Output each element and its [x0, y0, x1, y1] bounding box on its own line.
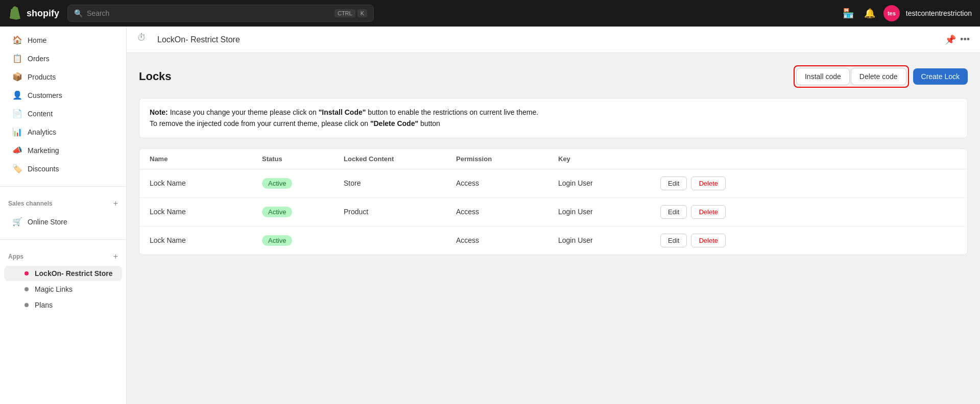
row1-delete-button[interactable]: Delete: [691, 176, 726, 190]
sidebar-divider-2: [0, 239, 126, 240]
shopify-wordmark: shopify: [27, 8, 59, 19]
delete-code-button[interactable]: Delete code: [851, 68, 906, 85]
table-row: Lock Name Active Product Access Login Us…: [139, 198, 967, 226]
row2-delete-button[interactable]: Delete: [691, 205, 726, 219]
notification-bell-button[interactable]: 🔔: [862, 6, 877, 21]
sidebar-item-discounts-label: Discounts: [28, 165, 59, 173]
sidebar-main-nav: 🏠 Home 📋 Orders 📦 Products 👤 Customers 📄…: [0, 27, 126, 182]
table-row: Lock Name Active Access Login User Edit …: [139, 226, 967, 255]
avatar: tes: [883, 5, 900, 21]
sidebar-item-customers-label: Customers: [28, 91, 62, 99]
sidebar-item-home-label: Home: [28, 36, 46, 44]
products-icon: 📦: [12, 72, 22, 82]
more-options-button[interactable]: •••: [960, 34, 970, 45]
col-actions: [660, 155, 752, 163]
discounts-icon: 🏷️: [12, 164, 22, 173]
row1-status: Active: [262, 178, 344, 189]
sidebar-item-lockon-restrict-store[interactable]: LockOn- Restrict Store: [4, 266, 122, 267]
install-delete-code-box: Install code Delete code: [794, 65, 909, 88]
search-input[interactable]: [87, 9, 330, 17]
row1-actions: Edit Delete: [660, 176, 752, 190]
col-key: Key: [558, 155, 660, 163]
search-bar[interactable]: 🔍 CTRL K: [67, 5, 374, 22]
col-permission: Permission: [456, 155, 558, 163]
sidebar-item-analytics-label: Analytics: [28, 128, 56, 136]
row1-locked-content: Store: [344, 179, 456, 187]
sales-channels-expand-btn[interactable]: +: [113, 199, 118, 208]
sidebar-item-marketing[interactable]: 📣 Marketing: [4, 141, 122, 159]
sidebar-sales-channels: Sales channels + 🛒 Online Store: [0, 191, 126, 235]
col-status: Status: [262, 155, 344, 163]
row3-status: Active: [262, 235, 344, 246]
status-badge-active: Active: [262, 207, 292, 217]
row2-key: Login User: [558, 208, 660, 216]
apps-expand-btn[interactable]: +: [113, 252, 118, 261]
row2-name: Lock Name: [150, 208, 262, 216]
row2-edit-button[interactable]: Edit: [660, 205, 687, 219]
ctrl-key: CTRL: [334, 9, 355, 17]
orders-icon: 📋: [12, 54, 22, 63]
status-badge-active: Active: [262, 178, 292, 189]
sidebar-item-content-label: Content: [28, 110, 53, 118]
store-icon-button[interactable]: 🏪: [841, 6, 856, 21]
note-text-1: Incase you change your theme please clic…: [170, 108, 317, 116]
sidebar-divider-1: [0, 186, 126, 187]
status-badge-active: Active: [262, 235, 292, 246]
note-text-4: button: [420, 119, 440, 128]
sidebar-item-online-store-label: Online Store: [28, 218, 67, 226]
locks-actions: Install code Delete code Create Lock: [794, 65, 968, 88]
sidebar-apps-section: Apps + LockOn- Restrict Store Magic Link…: [0, 244, 126, 267]
sidebar-item-home[interactable]: 🏠 Home: [4, 31, 122, 49]
note-line-2: To remove the injected code from your cu…: [150, 118, 957, 129]
row1-key: Login User: [558, 179, 660, 187]
table-header-row: Name Status Locked Content Permission Ke…: [139, 149, 967, 169]
sidebar-item-discounts[interactable]: 🏷️ Discounts: [4, 160, 122, 178]
sidebar-item-marketing-label: Marketing: [28, 146, 59, 155]
app-icon: ⏱️: [137, 33, 151, 47]
install-code-button[interactable]: Install code: [796, 68, 850, 85]
note-line-1: Note: Incase you change your theme pleas…: [150, 107, 957, 118]
sidebar-item-analytics[interactable]: 📊 Analytics: [4, 123, 122, 141]
col-locked-content: Locked Content: [344, 155, 456, 163]
apps-section-label: Apps +: [0, 248, 126, 265]
create-lock-button[interactable]: Create Lock: [913, 68, 968, 85]
row2-locked-content: Product: [344, 208, 456, 216]
note-box: Note: Incase you change your theme pleas…: [139, 98, 968, 138]
analytics-icon: 📊: [12, 127, 22, 137]
shopify-logo: shopify: [8, 6, 59, 20]
home-icon: 🏠: [12, 35, 22, 45]
sidebar-item-orders[interactable]: 📋 Orders: [4, 49, 122, 67]
search-icon: 🔍: [74, 9, 83, 17]
header-right-actions: 📌 •••: [945, 34, 970, 45]
customers-icon: 👤: [12, 90, 22, 100]
page-header: ⏱️ LockOn- Restrict Store 📌 •••: [127, 27, 980, 53]
row2-permission: Access: [456, 208, 558, 216]
row2-actions: Edit Delete: [660, 205, 752, 219]
top-navigation: shopify 🔍 CTRL K 🏪 🔔 tes testcontentrest…: [0, 0, 980, 27]
row3-delete-button[interactable]: Delete: [691, 234, 726, 247]
sidebar-item-online-store[interactable]: 🛒 Online Store: [4, 213, 122, 231]
content-area: Locks Install code Delete code Create Lo…: [127, 53, 980, 267]
row2-status: Active: [262, 207, 344, 217]
sidebar-item-content[interactable]: 📄 Content: [4, 105, 122, 122]
row1-edit-button[interactable]: Edit: [660, 176, 687, 190]
row3-actions: Edit Delete: [660, 234, 752, 247]
sidebar: 🏠 Home 📋 Orders 📦 Products 👤 Customers 📄…: [0, 27, 127, 267]
note-highlight-1: "Install Code": [319, 108, 366, 116]
locks-table: Name Status Locked Content Permission Ke…: [139, 148, 968, 255]
topnav-right: 🏪 🔔 tes testcontentrestriction: [841, 5, 972, 21]
note-highlight-2: "Delete Code": [370, 119, 418, 128]
sidebar-item-products[interactable]: 📦 Products: [4, 68, 122, 86]
row3-key: Login User: [558, 236, 660, 244]
marketing-icon: 📣: [12, 145, 22, 155]
pin-button[interactable]: 📌: [945, 34, 956, 45]
sidebar-item-orders-label: Orders: [28, 55, 50, 63]
sidebar-item-products-label: Products: [28, 73, 56, 81]
col-name: Name: [150, 155, 262, 163]
table-row: Lock Name Active Store Access Login User…: [139, 169, 967, 198]
note-text-3: To remove the injected code from your cu…: [150, 119, 370, 128]
sidebar-item-customers[interactable]: 👤 Customers: [4, 86, 122, 104]
note-prefix: Note:: [150, 108, 168, 116]
row3-permission: Access: [456, 236, 558, 244]
row3-edit-button[interactable]: Edit: [660, 234, 687, 247]
